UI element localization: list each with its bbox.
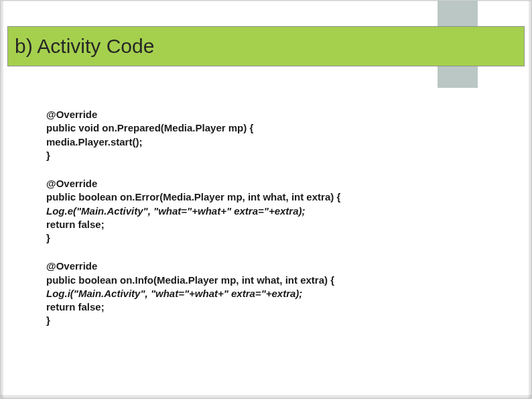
shadow-bottom [1,395,531,398]
code-block-0: @Override public void on.Prepared(Media.… [46,108,491,162]
code-line: public void on.Prepared(Media.Player mp)… [46,121,491,135]
slide-title: b) Activity Code [15,35,154,58]
code-line: Log.i("Main.Activity", "what="+what+" ex… [46,287,491,300]
code-line: public boolean on.Error(Media.Player mp,… [46,190,491,204]
shadow-right [529,1,531,398]
code-line: Log.e("Main.Activity", "what="+what+" ex… [46,205,491,218]
code-line: return false; [46,218,491,231]
code-area: @Override public void on.Prepared(Media.… [46,108,491,343]
slide: b) Activity Code @Override public void o… [0,0,532,399]
code-line: media.Player.start(); [46,135,491,149]
code-block-2: @Override public boolean on.Info(Media.P… [46,260,491,327]
code-line: @Override [46,260,491,273]
code-line: @Override [46,108,491,121]
code-line: } [46,231,491,245]
code-line: @Override [46,177,491,190]
title-banner: b) Activity Code [7,26,525,66]
code-line: return false; [46,300,491,314]
code-block-1: @Override public boolean on.Error(Media.… [46,177,491,245]
code-line: } [46,314,491,327]
code-line: public boolean on.Info(Media.Player mp, … [46,274,491,287]
shadow-left [1,1,3,398]
code-line: } [46,149,491,162]
